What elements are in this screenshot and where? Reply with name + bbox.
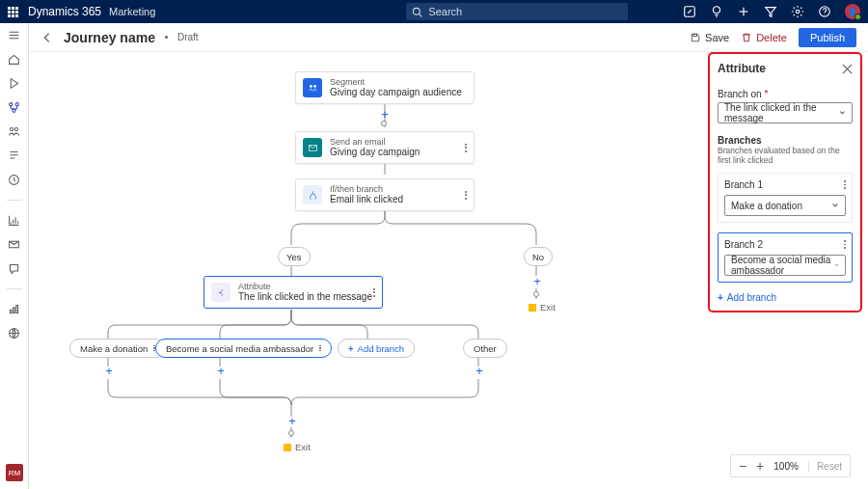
panel-title: Attribute xyxy=(718,62,766,75)
trash-icon xyxy=(741,32,752,43)
product-name: Marketing xyxy=(109,6,155,17)
message-icon[interactable] xyxy=(8,262,20,275)
clock-icon[interactable] xyxy=(8,174,20,186)
node-more-icon[interactable] xyxy=(465,144,467,152)
branch-label-yes: Yes xyxy=(278,247,311,266)
home-icon[interactable] xyxy=(8,53,20,66)
svg-point-6 xyxy=(796,10,800,14)
status-badge: Draft xyxy=(177,32,199,42)
zoom-value: 100% xyxy=(773,461,799,472)
play-icon[interactable] xyxy=(8,77,20,90)
back-icon[interactable] xyxy=(41,31,54,44)
zoom-out-button[interactable]: − xyxy=(739,459,746,473)
svg-point-14 xyxy=(10,127,13,130)
pill-more-icon[interactable] xyxy=(319,345,321,352)
page-title: Journey name xyxy=(64,30,155,45)
attribute-icon xyxy=(211,283,231,302)
exit-icon xyxy=(529,304,536,312)
topbar-actions: 👤 xyxy=(683,4,860,19)
globe-icon[interactable] xyxy=(8,327,20,340)
left-nav-rail: RM xyxy=(0,23,29,489)
branch-on-select[interactable]: The link clicked in the message xyxy=(718,102,853,123)
add-step-button[interactable]: + xyxy=(214,365,228,378)
svg-rect-18 xyxy=(10,310,12,312)
zoom-in-button[interactable]: + xyxy=(756,459,764,473)
search-icon xyxy=(412,7,422,17)
add-branch-pill[interactable]: +Add branch xyxy=(338,339,415,358)
exit-node: Exit xyxy=(529,302,556,312)
close-icon[interactable] xyxy=(842,64,853,74)
connector-node xyxy=(288,430,294,436)
segment-icon xyxy=(303,78,322,97)
help-icon[interactable] xyxy=(818,5,831,18)
user-badge[interactable]: RM xyxy=(6,464,23,481)
svg-rect-19 xyxy=(14,308,15,313)
exit-icon xyxy=(284,444,291,451)
branch-1-select[interactable]: Make a donation xyxy=(724,195,846,216)
people-icon[interactable] xyxy=(8,125,20,138)
add-step-button[interactable]: + xyxy=(102,365,116,378)
branches-hint: Branches evaluated based on the first li… xyxy=(718,146,853,165)
branch-2-box[interactable]: Branch 2 Become a social media ambassado… xyxy=(718,232,853,283)
add-branch-button[interactable]: +Add branch xyxy=(718,292,853,303)
filter-icon[interactable] xyxy=(764,5,777,18)
user-avatar[interactable]: 👤 xyxy=(845,4,860,19)
bar-icon[interactable] xyxy=(8,303,20,315)
lightbulb-icon[interactable] xyxy=(710,5,723,18)
flow-icon[interactable] xyxy=(8,101,20,114)
branch-make-donation[interactable]: Make a donation xyxy=(69,339,166,358)
attribute-panel: Attribute Branch on * The link clicked i… xyxy=(708,52,862,312)
chart-icon[interactable] xyxy=(8,214,20,227)
add-step-button[interactable]: + xyxy=(285,415,299,428)
email-icon[interactable] xyxy=(8,238,20,251)
plus-icon[interactable] xyxy=(737,5,750,18)
settings-icon[interactable] xyxy=(791,5,804,18)
svg-point-3 xyxy=(714,7,720,14)
publish-button[interactable]: Publish xyxy=(799,28,856,47)
add-step-button[interactable]: + xyxy=(473,365,486,378)
page-header: Journey name Draft Save Delete Publish xyxy=(29,23,868,52)
svg-rect-20 xyxy=(16,305,18,312)
zoom-reset-button[interactable]: Reset xyxy=(808,461,842,472)
email-node-icon xyxy=(303,138,322,157)
app-launcher-icon[interactable] xyxy=(8,7,18,17)
branch-1-box[interactable]: Branch 1 Make a donation xyxy=(718,173,853,223)
node-send-email[interactable]: Send an emailGiving day campaign xyxy=(295,131,475,164)
save-icon xyxy=(690,32,701,43)
branch-label-no: No xyxy=(524,247,553,266)
status-dot xyxy=(165,36,168,39)
branch-more-icon[interactable] xyxy=(844,240,846,248)
node-ifthen[interactable]: If/then branchEmail link clicked xyxy=(295,178,475,211)
branch-social-ambassador[interactable]: Become a social media ambassador xyxy=(155,339,332,358)
node-more-icon[interactable] xyxy=(373,288,375,297)
global-topbar: Dynamics 365 Marketing Search 👤 xyxy=(0,0,868,23)
svg-rect-22 xyxy=(693,34,697,36)
svg-point-12 xyxy=(15,103,18,106)
search-placeholder: Search xyxy=(428,6,462,17)
add-step-button[interactable]: + xyxy=(530,275,544,288)
svg-point-15 xyxy=(14,127,17,130)
brand-name: Dynamics 365 xyxy=(28,5,101,18)
svg-line-1 xyxy=(420,14,422,16)
chevron-down-icon xyxy=(834,261,839,269)
node-segment[interactable]: SegmentGiving day campaign audience xyxy=(295,71,475,104)
form-icon[interactable] xyxy=(8,149,20,162)
node-attribute[interactable]: AttributeThe link clicked in the message xyxy=(203,276,383,309)
connector-node xyxy=(533,291,539,297)
branch-2-select[interactable]: Become a social media ambassador xyxy=(724,255,846,276)
edit-icon[interactable] xyxy=(683,5,696,18)
branch-more-icon[interactable] xyxy=(844,180,846,188)
node-more-icon[interactable] xyxy=(465,191,467,200)
chevron-down-icon xyxy=(831,202,839,209)
global-search[interactable]: Search xyxy=(406,3,628,20)
svg-point-11 xyxy=(10,103,13,106)
branch-other[interactable]: Other xyxy=(463,339,507,358)
save-button[interactable]: Save xyxy=(684,29,735,46)
menu-icon[interactable] xyxy=(8,29,20,41)
svg-point-32 xyxy=(310,85,312,88)
connector-node xyxy=(381,121,387,126)
delete-button[interactable]: Delete xyxy=(735,29,793,46)
add-step-button[interactable]: + xyxy=(378,108,392,122)
branch-icon xyxy=(303,185,322,204)
zoom-control: − + 100% Reset xyxy=(730,454,851,477)
